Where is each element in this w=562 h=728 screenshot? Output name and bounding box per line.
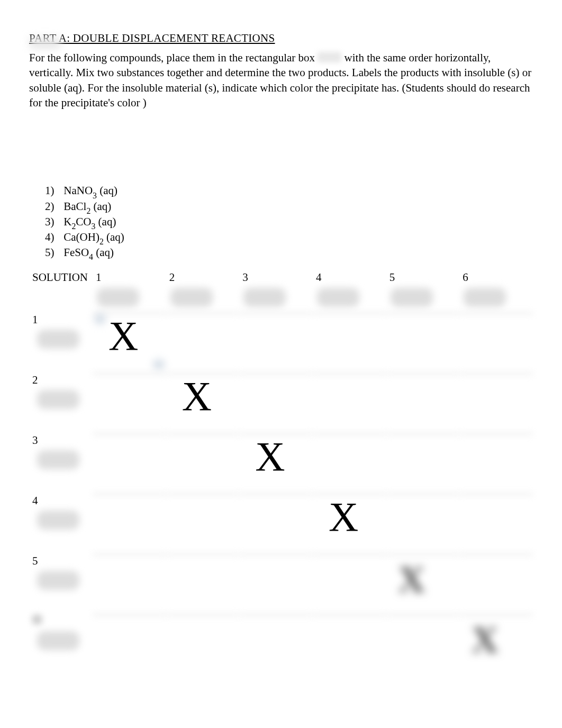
list-item: 2) BaCl2 (aq) — [45, 200, 533, 215]
row-header — [29, 613, 93, 673]
table-row: X — [29, 613, 533, 673]
table-row: 3 X — [29, 432, 533, 492]
formula-text: NaNO — [64, 184, 93, 197]
reaction-cell[interactable] — [166, 613, 240, 673]
reaction-cell[interactable] — [459, 492, 533, 552]
reaction-cell[interactable] — [386, 613, 460, 673]
list-number: 3) — [45, 215, 61, 229]
table-row: 1 X — [29, 311, 533, 371]
reaction-cell[interactable] — [166, 432, 240, 492]
list-number: 1) — [45, 184, 61, 197]
formula-sub: 2 — [71, 222, 76, 231]
reaction-cell[interactable] — [313, 432, 386, 492]
redacted-blur — [37, 450, 79, 469]
table-header-row: SOLUTION 1 2 3 4 5 6 — [29, 269, 533, 311]
formula-text: CO — [76, 215, 91, 228]
table-row: 2 X — [29, 371, 533, 432]
table-row: 5 X — [29, 552, 533, 613]
instructions-part1: For the following compounds, place them … — [29, 51, 318, 64]
header-solution-cell: SOLUTION — [29, 269, 93, 311]
formula-state: (aq) — [90, 200, 111, 213]
reaction-cell[interactable] — [459, 371, 533, 432]
column-header: 1 — [93, 269, 166, 311]
list-number: 5) — [45, 246, 61, 259]
redacted-blur — [170, 288, 213, 307]
formula-state: (aq) — [93, 246, 114, 259]
redacted-blur — [32, 615, 42, 624]
formula-state: (aq) — [97, 184, 117, 197]
reaction-cell[interactable] — [93, 552, 166, 613]
diagonal-cell: X — [459, 613, 533, 673]
formula-text: K — [64, 215, 71, 228]
instructions-text: For the following compounds, place them … — [29, 50, 533, 110]
reaction-cell[interactable] — [239, 492, 313, 552]
redacted-blur — [37, 330, 79, 349]
compound-list: 1) NaNO3 (aq) 2) BaCl2 (aq) 3) K2CO3 (aq… — [45, 184, 533, 261]
reaction-cell[interactable] — [239, 371, 313, 432]
reaction-cell[interactable] — [239, 311, 313, 371]
reaction-cell[interactable] — [386, 492, 460, 552]
reaction-cell[interactable] — [313, 311, 386, 371]
redacted-blur — [37, 511, 79, 530]
row-header: 5 — [29, 552, 93, 613]
reaction-cell[interactable] — [166, 311, 240, 371]
column-header: 4 — [313, 269, 386, 311]
diagonal-cell: X — [166, 371, 240, 432]
reaction-cell[interactable] — [166, 552, 240, 613]
list-item: 3) K2CO3 (aq) — [45, 215, 533, 230]
reaction-cell[interactable] — [93, 492, 166, 552]
formula-state: (aq) — [104, 231, 124, 243]
diagonal-cell: X — [93, 311, 166, 371]
reaction-cell[interactable] — [93, 613, 166, 673]
reaction-cell[interactable] — [313, 371, 386, 432]
formula-state: (aq) — [95, 215, 116, 228]
list-number: 2) — [45, 200, 61, 213]
column-header: 5 — [386, 269, 460, 311]
row-header: 2 — [29, 371, 93, 432]
reaction-cell[interactable] — [93, 432, 166, 492]
formula-text: BaCl — [64, 200, 86, 213]
reaction-cell[interactable] — [239, 552, 313, 613]
redacted-blur — [37, 631, 79, 650]
redacted-blur — [97, 288, 139, 307]
reaction-cell[interactable] — [459, 432, 533, 492]
diagonal-cell: X — [239, 432, 313, 492]
column-header: 3 — [239, 269, 313, 311]
redacted-blur — [37, 571, 79, 590]
x-mark-blurred: X — [398, 558, 425, 602]
row-header: 3 — [29, 432, 93, 492]
formula-sub: 2 — [86, 206, 90, 215]
reaction-cell[interactable] — [459, 552, 533, 613]
column-header: 6 — [459, 269, 533, 311]
x-mark: X — [329, 496, 358, 538]
redacted-blur — [317, 288, 359, 307]
reaction-table-container: SOLUTION 1 2 3 4 5 6 1 X 2 X 3 — [29, 269, 533, 673]
reaction-cell[interactable] — [93, 371, 166, 432]
formula-sub: 4 — [89, 252, 93, 261]
x-mark-blurred: X — [471, 618, 498, 662]
reaction-cell[interactable] — [313, 552, 386, 613]
reaction-cell[interactable] — [386, 371, 460, 432]
redacted-box-icon — [318, 52, 341, 62]
reaction-cell[interactable] — [459, 311, 533, 371]
reaction-cell[interactable] — [313, 613, 386, 673]
formula-sub: 3 — [93, 191, 97, 200]
section-title: PART A: DOUBLE DISPLACEMENT REACTIONS — [29, 32, 533, 45]
reaction-cell[interactable] — [166, 492, 240, 552]
list-item: 4) Ca(OH)2 (aq) — [45, 231, 533, 245]
list-item: 5) FeSO4 (aq) — [45, 246, 533, 261]
reaction-cell[interactable] — [239, 613, 313, 673]
reaction-cell[interactable] — [386, 311, 460, 371]
reaction-cell[interactable] — [386, 432, 460, 492]
row-header: 1 — [29, 311, 93, 371]
list-number: 4) — [45, 231, 61, 244]
redacted-blur — [37, 390, 79, 409]
redacted-blur — [391, 288, 433, 307]
formula-sub: 2 — [99, 237, 104, 246]
row-header: 4 — [29, 492, 93, 552]
formula-text: Ca(OH) — [64, 231, 99, 243]
formula-text: FeSO — [64, 246, 89, 259]
redacted-blur — [464, 288, 506, 307]
formula-sub: 3 — [91, 222, 95, 231]
x-mark: X — [255, 436, 285, 477]
